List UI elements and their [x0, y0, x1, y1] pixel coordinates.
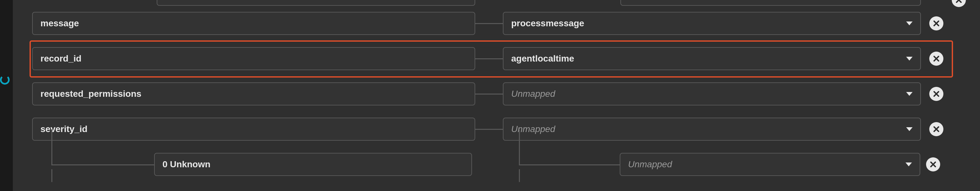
delete-mapping-button[interactable]	[926, 157, 940, 172]
enum-value-label: 0 Unknown	[162, 159, 210, 169]
tree-connector	[51, 169, 52, 182]
enum-target-select[interactable]: Unmapped	[620, 153, 920, 176]
chevron-down-icon	[906, 127, 913, 131]
source-field-input[interactable]: record_id	[32, 47, 475, 70]
target-field-placeholder: Unmapped	[511, 89, 555, 99]
chevron-down-icon	[906, 57, 913, 61]
target-field-select[interactable]: processmessage	[503, 12, 921, 35]
chevron-down-icon	[906, 92, 913, 96]
delete-mapping-button[interactable]	[929, 87, 943, 101]
target-field-select[interactable]: Unmapped	[503, 82, 921, 106]
chevron-down-icon	[906, 22, 913, 25]
field-stub	[157, 0, 475, 6]
source-field-label: severity_id	[40, 124, 88, 134]
source-field-input[interactable]: severity_id	[32, 118, 475, 140]
tree-connector	[519, 169, 520, 182]
close-icon	[932, 55, 940, 63]
mapping-connector	[475, 23, 503, 24]
field-stub	[620, 0, 921, 6]
chevron-down-icon	[905, 163, 912, 166]
close-icon	[932, 125, 940, 133]
mapping-panel: message processmessage	[13, 0, 980, 191]
source-field-label: record_id	[40, 54, 81, 64]
source-field-label: requested_permissions	[40, 89, 141, 99]
source-field-label: message	[40, 18, 79, 28]
target-field-placeholder: Unmapped	[511, 124, 555, 134]
enum-target-placeholder: Unmapped	[628, 159, 672, 169]
source-field-input[interactable]: requested_permissions	[32, 82, 475, 106]
target-field-label: agentlocaltime	[511, 54, 574, 64]
target-field-select[interactable]: Unmapped	[503, 118, 921, 140]
enum-value-input[interactable]: 0 Unknown	[154, 153, 472, 176]
mapping-connector	[475, 58, 503, 59]
mapping-connector	[475, 129, 503, 130]
delete-mapping-button[interactable]	[929, 122, 943, 136]
delete-mapping-button[interactable]	[929, 52, 943, 66]
close-icon	[932, 19, 940, 27]
close-icon	[955, 0, 963, 4]
loading-spinner-icon	[0, 75, 10, 85]
close-icon	[929, 161, 937, 168]
close-icon	[932, 90, 940, 98]
mapping-connector	[475, 93, 503, 95]
delete-mapping-button[interactable]	[929, 16, 943, 30]
target-field-select[interactable]: agentlocaltime	[503, 47, 921, 70]
target-field-label: processmessage	[511, 18, 584, 28]
source-field-input[interactable]: message	[32, 12, 475, 35]
left-sidebar	[0, 0, 13, 191]
